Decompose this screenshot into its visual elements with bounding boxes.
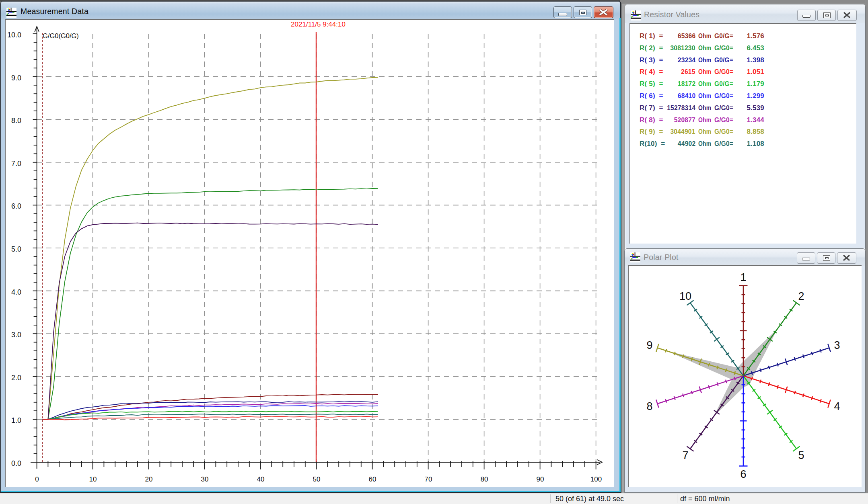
svg-text:0: 0	[35, 475, 39, 483]
svg-text:8.0: 8.0	[11, 117, 21, 125]
svg-text:50: 50	[313, 475, 321, 483]
svg-text:5: 5	[798, 449, 804, 461]
svg-text:4: 4	[834, 400, 840, 412]
svg-text:8: 8	[646, 400, 652, 412]
svg-text:70: 70	[425, 475, 432, 483]
svg-text:60: 60	[369, 475, 376, 483]
svg-text:20: 20	[145, 475, 153, 483]
svg-text:7.0: 7.0	[11, 160, 21, 168]
svg-text:6.0: 6.0	[11, 202, 21, 210]
svg-text:10.0: 10.0	[7, 31, 21, 39]
svg-text:10: 10	[89, 475, 97, 483]
svg-text:2.0: 2.0	[11, 374, 21, 382]
svg-text:80: 80	[481, 475, 488, 483]
svg-text:9.0: 9.0	[11, 74, 21, 82]
svg-text:9: 9	[646, 339, 652, 351]
svg-text:2: 2	[798, 290, 804, 302]
svg-text:5.0: 5.0	[11, 245, 21, 253]
svg-text:1: 1	[740, 271, 746, 283]
svg-text:30: 30	[201, 475, 209, 483]
svg-text:1.0: 1.0	[11, 416, 21, 424]
svg-text:G/G0(G0/G): G/G0(G0/G)	[43, 32, 79, 39]
svg-text:40: 40	[257, 475, 265, 483]
svg-text:90: 90	[537, 475, 544, 483]
svg-text:100: 100	[590, 475, 602, 483]
svg-text:4.0: 4.0	[11, 288, 21, 296]
svg-text:0.0: 0.0	[11, 459, 21, 467]
svg-text:3.0: 3.0	[11, 331, 21, 339]
svg-text:10: 10	[679, 290, 691, 302]
svg-text:6: 6	[740, 468, 746, 480]
svg-text:7: 7	[682, 449, 688, 461]
svg-text:2021/11/5 9:44:10: 2021/11/5 9:44:10	[291, 20, 346, 28]
svg-text:3: 3	[834, 339, 840, 351]
